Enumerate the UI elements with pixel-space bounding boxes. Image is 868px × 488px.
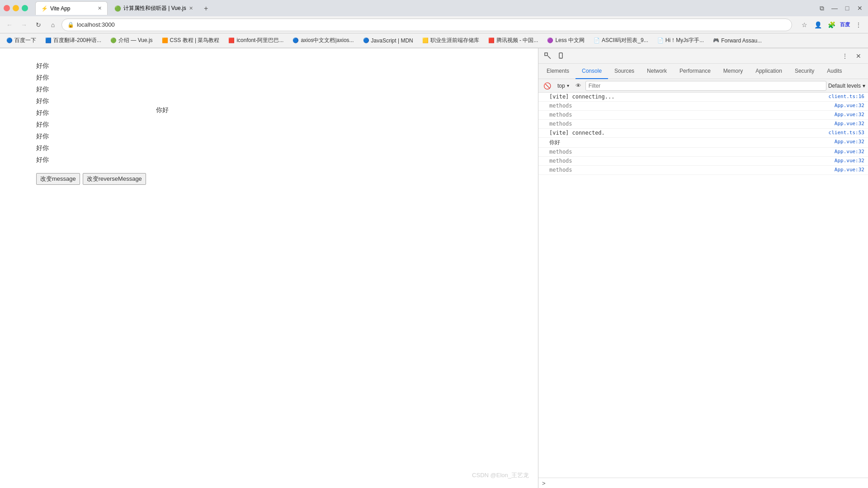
bookmark-tencent[interactable]: 🟥腾讯视频 - 中国... <box>486 36 541 45</box>
tab-vue-computed[interactable]: 🟢 计算属性和侦听器 | Vue.js ✕ <box>108 1 199 15</box>
device-mode-button[interactable] <box>556 50 567 62</box>
devtools-close-button[interactable]: ✕ <box>853 50 864 62</box>
window-controls <box>4 5 28 11</box>
clear-console-button[interactable]: 🚫 <box>541 80 553 92</box>
nav-icons: ☆ 👤 🧩 百度 ⋮ <box>798 19 864 31</box>
minimize-window-icon[interactable]: — <box>830 4 839 13</box>
bookmark-vuejs[interactable]: 🟢介绍 — Vue.js <box>108 36 156 45</box>
tab-elements[interactable]: Elements <box>540 64 576 79</box>
close-window-icon[interactable]: ✕ <box>855 4 864 13</box>
console-source[interactable]: App.vue:32 <box>835 112 864 117</box>
console-source[interactable]: App.vue:32 <box>835 158 864 164</box>
console-message: methods <box>549 121 835 127</box>
list-item: 好你 <box>36 74 529 82</box>
list-item: 好你 <box>36 156 529 164</box>
devtools-tabs: Elements Console Sources Network Perform… <box>538 64 868 79</box>
page-text-list: 好你 好你 好你 好你 好你 好你 好你 好你 好你 <box>9 62 529 164</box>
console-row: methods App.vue:32 <box>538 157 868 166</box>
baidu-icon[interactable]: 百度 <box>839 19 851 31</box>
bookmark-axios[interactable]: 🔵axios中文文档|axios... <box>290 36 356 45</box>
console-message: [vite] connecting... <box>549 94 829 100</box>
console-input[interactable] <box>548 480 864 487</box>
title-bar-icons: ⧉ — □ ✕ <box>817 4 864 13</box>
new-tab-button[interactable]: + <box>200 2 212 15</box>
bookmark-himy[interactable]: 📄Hi！MyJs字手... <box>655 36 707 45</box>
console-message: methods <box>549 158 835 164</box>
console-output: [vite] connecting... client.ts:16 method… <box>538 93 868 478</box>
console-row: [vite] connected. client.ts:53 <box>538 129 868 138</box>
profile-icon[interactable]: 👤 <box>812 19 824 31</box>
tab-console[interactable]: Console <box>576 64 608 79</box>
bookmark-mdn[interactable]: 🔵JavaScript | MDN <box>360 37 416 45</box>
console-message: methods <box>549 112 835 118</box>
context-selector[interactable]: top ▾ <box>555 82 572 90</box>
settings-icon[interactable]: ⋮ <box>853 19 864 31</box>
tab-sources[interactable]: Sources <box>608 64 641 79</box>
console-row: methods App.vue:32 <box>538 166 868 175</box>
minimize-button[interactable] <box>13 5 19 11</box>
console-row: [vite] connecting... client.ts:16 <box>538 93 868 102</box>
levels-selector[interactable]: Default levels ▾ <box>828 83 865 89</box>
watermark: CSDN @Elon_王艺龙 <box>472 471 529 479</box>
tab-security[interactable]: Security <box>788 64 821 79</box>
console-message: methods <box>549 149 835 155</box>
bookmark-less[interactable]: 🟣Less 中文网 <box>544 36 587 45</box>
maximize-window-icon[interactable]: □ <box>843 4 852 13</box>
lock-icon: 🔒 <box>67 22 74 28</box>
inspect-element-button[interactable] <box>542 50 554 62</box>
input-chevron-icon: > <box>542 480 546 487</box>
tab-network[interactable]: Network <box>641 64 673 79</box>
svg-rect-0 <box>545 53 547 56</box>
console-source[interactable]: App.vue:32 <box>835 139 864 145</box>
bookmark-css[interactable]: 🟧CSS 教程 | 菜鸟教程 <box>159 36 222 45</box>
bookmark-career[interactable]: 🟨职业生涯前端存储库 <box>420 36 482 45</box>
url-text: localhost:3000 <box>77 21 786 28</box>
console-source[interactable]: App.vue:32 <box>835 103 864 108</box>
svg-point-2 <box>561 57 561 58</box>
bookmark-baiduyixia[interactable]: 🔵百度一下 <box>4 36 39 45</box>
close-button[interactable] <box>4 5 10 11</box>
star-icon[interactable]: ☆ <box>798 19 810 31</box>
levels-arrow-icon: ▾ <box>863 83 865 89</box>
tab-close-2[interactable]: ✕ <box>189 5 193 11</box>
tab-favicon-2: 🟢 <box>114 5 121 12</box>
console-filter-input[interactable] <box>585 81 826 91</box>
console-source[interactable]: client.ts:16 <box>829 94 864 99</box>
console-row: methods App.vue:32 <box>538 120 868 129</box>
address-bar[interactable]: 🔒 localhost:3000 <box>61 19 792 31</box>
change-reverse-message-button[interactable]: 改变reverseMessage <box>83 173 146 185</box>
home-button[interactable]: ⌂ <box>47 19 59 31</box>
maximize-button[interactable] <box>22 5 28 11</box>
console-source[interactable]: client.ts:53 <box>829 130 864 136</box>
back-button[interactable]: ← <box>4 19 15 31</box>
bookmark-ascii[interactable]: 📄ASCII码对照表_9... <box>591 36 651 45</box>
tab-memory[interactable]: Memory <box>717 64 749 79</box>
eye-filter-button[interactable]: 👁 <box>574 81 584 91</box>
devtools-panel: ⋮ ✕ Elements Console Sources Network Per… <box>538 48 868 488</box>
console-message: [vite] connected. <box>549 130 829 136</box>
console-input-row: > <box>538 478 868 488</box>
tab-vite-app[interactable]: ⚡ Vite App ✕ <box>35 1 108 15</box>
console-source[interactable]: App.vue:32 <box>835 167 864 173</box>
console-source[interactable]: App.vue:32 <box>835 149 864 155</box>
tab-performance[interactable]: Performance <box>673 64 717 79</box>
nav-bar: ← → ↻ ⌂ 🔒 localhost:3000 ☆ 👤 🧩 百度 ⋮ <box>0 16 868 33</box>
devtools-settings-button[interactable]: ⋮ <box>839 50 851 62</box>
change-message-button[interactable]: 改变message <box>36 173 80 185</box>
extension-icon[interactable]: 🧩 <box>826 19 837 31</box>
reload-button[interactable]: ↻ <box>33 19 44 31</box>
list-item: 好你 <box>36 109 529 117</box>
bookmark-baidufanyi[interactable]: 🟦百度翻译-200种语... <box>42 36 104 45</box>
tab-application[interactable]: Application <box>749 64 788 79</box>
bookmark-forward[interactable]: 🎮Forward Assau... <box>710 37 764 45</box>
restore-icon[interactable]: ⧉ <box>817 4 826 13</box>
list-item: 好你 <box>36 144 529 152</box>
tab-favicon-1: ⚡ <box>41 5 47 12</box>
tab-close-1[interactable]: ✕ <box>98 5 102 11</box>
forward-button[interactable]: → <box>18 19 30 31</box>
list-item: 好你 <box>36 132 529 141</box>
console-message: 你好 <box>549 139 835 146</box>
console-source[interactable]: App.vue:32 <box>835 121 864 127</box>
tab-audits[interactable]: Audits <box>821 64 848 79</box>
bookmark-iconfont[interactable]: 🟥iconfont-阿里巴巴... <box>226 36 286 45</box>
